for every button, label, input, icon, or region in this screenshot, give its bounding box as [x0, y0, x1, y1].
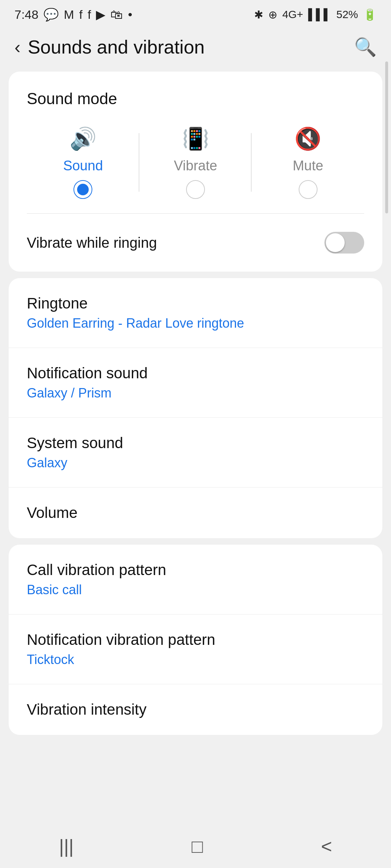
- call-vibration-title: Call vibration pattern: [27, 561, 364, 579]
- sound-radio[interactable]: [73, 180, 92, 199]
- home-button[interactable]: □: [170, 832, 224, 861]
- status-bar: 7:48 💬 M f f ▶ 🛍 • ✱ ⊕ 4G+ ▌▌▌ 52% 🔋: [0, 0, 391, 29]
- ringtone-subtitle: Golden Earring - Radar Love ringtone: [27, 316, 364, 331]
- notification-vibration-item[interactable]: Notification vibration pattern Ticktock: [9, 614, 382, 684]
- sound-speaker-icon: 🔊: [70, 126, 97, 152]
- call-vibration-subtitle: Basic call: [27, 582, 364, 597]
- status-right: ✱ ⊕ 4G+ ▌▌▌ 52% 🔋: [254, 8, 377, 21]
- bag-icon: 🛍: [110, 8, 123, 22]
- facebook2-icon: f: [88, 8, 91, 22]
- top-nav: ‹ Sounds and vibration 🔍: [0, 29, 391, 65]
- vibration-intensity-title: Vibration intensity: [27, 701, 364, 718]
- page-title: Sounds and vibration: [28, 36, 354, 58]
- mute-option[interactable]: 🔇 Mute: [252, 126, 364, 199]
- notification-vibration-subtitle: Ticktock: [27, 652, 364, 667]
- notification-vibration-title: Notification vibration pattern: [27, 631, 364, 648]
- vibrate-icon: 📳: [182, 126, 209, 152]
- lte-icon: 4G+: [282, 8, 303, 21]
- sound-mode-card: Sound mode 🔊 Sound 📳 Vibrate 🔇 Mute: [9, 72, 382, 272]
- status-left: 7:48 💬 M f f ▶ 🛍 •: [14, 7, 132, 22]
- gmail-icon: M: [64, 8, 74, 22]
- battery-pct: 52%: [336, 8, 358, 21]
- system-sound-subtitle: Galaxy: [27, 455, 364, 471]
- battery-icon: 🔋: [363, 8, 377, 21]
- volume-item[interactable]: Volume: [9, 488, 382, 538]
- back-nav-button[interactable]: <: [299, 832, 354, 861]
- recent-apps-button[interactable]: |||: [37, 832, 96, 861]
- vibrate-option[interactable]: 📳 Vibrate: [139, 126, 252, 199]
- system-sound-item[interactable]: System sound Galaxy: [9, 418, 382, 488]
- bluetooth-icon: ✱: [254, 8, 263, 21]
- sound-settings-card: Ringtone Golden Earring - Radar Love rin…: [9, 278, 382, 538]
- message-icon: 💬: [43, 7, 59, 22]
- vibrate-while-ringing-toggle[interactable]: [324, 232, 364, 254]
- vibrate-label: Vibrate: [174, 158, 217, 174]
- search-button[interactable]: 🔍: [354, 37, 377, 58]
- notification-sound-subtitle: Galaxy / Prism: [27, 386, 364, 401]
- dot-icon: •: [128, 8, 132, 22]
- sound-mode-options: 🔊 Sound 📳 Vibrate 🔇 Mute: [27, 126, 364, 214]
- signal-icon: ⊕: [268, 8, 277, 21]
- volume-title: Volume: [27, 504, 364, 522]
- toggle-thumb: [326, 233, 345, 252]
- vibrate-while-ringing-label: Vibrate while ringing: [27, 235, 157, 251]
- call-vibration-item[interactable]: Call vibration pattern Basic call: [9, 545, 382, 614]
- vibrate-while-ringing-row: Vibrate while ringing: [27, 225, 364, 257]
- ringtone-item[interactable]: Ringtone Golden Earring - Radar Love rin…: [9, 278, 382, 348]
- status-time: 7:48: [14, 8, 38, 22]
- scrollbar[interactable]: [385, 61, 388, 213]
- system-sound-title: System sound: [27, 434, 364, 452]
- back-button[interactable]: ‹: [14, 37, 21, 58]
- sound-mode-title: Sound mode: [27, 90, 364, 108]
- facebook-icon: f: [79, 8, 83, 22]
- vibrate-radio[interactable]: [186, 180, 205, 199]
- vibration-intensity-item[interactable]: Vibration intensity: [9, 684, 382, 735]
- ringtone-title: Ringtone: [27, 295, 364, 312]
- mute-icon: 🔇: [294, 126, 321, 152]
- sound-label: Sound: [63, 158, 103, 174]
- bottom-nav: ||| □ <: [0, 828, 391, 868]
- mute-label: Mute: [293, 158, 323, 174]
- sound-option[interactable]: 🔊 Sound: [27, 126, 139, 199]
- notification-sound-title: Notification sound: [27, 365, 364, 382]
- youtube-icon: ▶: [96, 7, 105, 22]
- vibration-settings-card: Call vibration pattern Basic call Notifi…: [9, 545, 382, 735]
- notification-sound-item[interactable]: Notification sound Galaxy / Prism: [9, 348, 382, 418]
- mute-radio[interactable]: [299, 180, 318, 199]
- bars-icon: ▌▌▌: [308, 8, 331, 21]
